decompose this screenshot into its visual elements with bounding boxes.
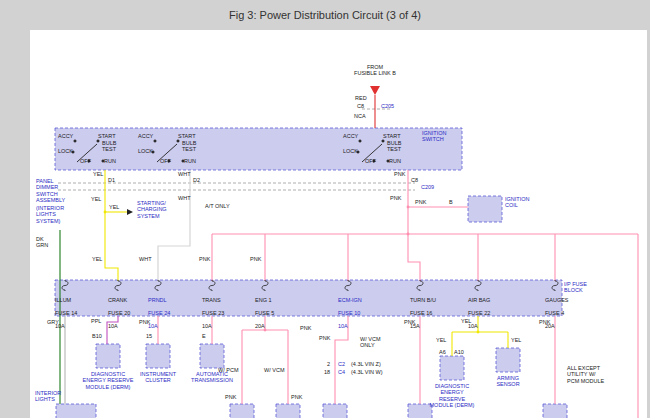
fuse-ecm-ign-link[interactable]: ECM-IGN FUSE 10 10A — [338, 291, 362, 335]
wire-color-label: PNK — [139, 319, 150, 325]
wire-color-label: PNK — [300, 325, 311, 331]
interior-lights-box — [56, 404, 96, 418]
wire-color-label: PNK — [390, 195, 401, 201]
fuse-id: FUSE 23 — [202, 310, 224, 316]
wire-color-label: PNK — [199, 256, 210, 262]
switch-start-label: START — [178, 133, 196, 139]
switch-start-label: START — [98, 133, 116, 139]
wvcm-only-note: W/ VCM ONLY — [360, 336, 390, 349]
switch-off-label: OFF — [160, 158, 171, 164]
terminal-label: A6 — [439, 349, 446, 355]
instrument-cluster-box — [146, 344, 170, 368]
interior-lights-link[interactable]: INTERIOR LIGHTS — [35, 390, 69, 403]
connector-c205-link[interactable]: C205 — [381, 103, 394, 109]
fusible-link-arrow-icon — [370, 86, 380, 95]
switch-run-label: RUN — [104, 158, 116, 164]
switch-accy-label: ACCY — [343, 133, 358, 139]
junction-dot — [407, 233, 410, 236]
fuse-prndl-link[interactable]: PRNDL FUSE 24 10A — [148, 291, 170, 335]
fuse-amp: 10A — [202, 323, 224, 329]
fuse-id: FUSE 24 — [148, 310, 170, 316]
terminal-label: 18 — [324, 369, 330, 375]
fuse-name: GAUGES — [545, 297, 569, 303]
wire-color-label: WHT — [178, 195, 191, 201]
wire-color-label: RED — [355, 95, 367, 101]
wire-color-label: WHT — [139, 256, 152, 262]
terminal-label: C8 — [411, 177, 418, 183]
arming-sensor-link[interactable]: ARMING SENSOR — [492, 375, 524, 388]
ignition-switch-label[interactable]: IGNITION SWITCH — [422, 130, 462, 143]
fuse-name: AIR BAG — [468, 297, 490, 303]
wire-color-label: PNK — [225, 394, 236, 400]
wpcm-note: W/ PCM — [218, 367, 238, 373]
fuse-id: FUSE 5 — [255, 310, 274, 316]
wire-color-label: PNK — [319, 335, 330, 341]
wire-color-label: PNK — [250, 256, 261, 262]
fuse-illum: ILLUM FUSE 14 10A — [55, 291, 77, 335]
switch-bulb-label: BULB TEST — [387, 140, 401, 153]
terminal-label: B — [449, 199, 453, 205]
interior-lights-system-link[interactable]: (INTERIOR LIGHTS SYSTEM) — [36, 205, 80, 224]
fuse-name: ILLUM — [55, 297, 77, 303]
fuse-gauges: GAUGES FUSE 4 20A — [545, 291, 569, 335]
derm-box — [96, 344, 120, 368]
wire-color-label: PNK — [404, 319, 415, 325]
fuse-amp: 10A — [338, 323, 362, 329]
fuse-amp: 20A — [255, 323, 274, 329]
fuse-eng1: ENG 1 FUSE 5 20A — [255, 291, 274, 335]
gauges-box — [543, 404, 567, 418]
terminal-label: B10 — [92, 333, 102, 339]
terminal-label: D1 — [108, 177, 115, 183]
nca-label: NCA — [354, 113, 366, 119]
connector-c4-link[interactable]: C4 — [338, 369, 345, 375]
ip-fuse-block-label[interactable]: I/P FUSE BLOCK — [564, 281, 598, 294]
figure-viewer: Fig 3: Power Distribution Circuit (3 of … — [0, 0, 650, 418]
fuse-amp: 10A — [148, 323, 170, 329]
switch-lock-label: LOCK — [58, 148, 73, 154]
wire-color-label: YEL — [461, 318, 471, 324]
fuse-id: FUSE 10 — [338, 310, 362, 316]
vin-note: (4.3L VIN Z) — [351, 361, 381, 367]
terminal-label: A10 — [454, 349, 464, 355]
wire-color-label: GRY — [47, 319, 59, 325]
arming-sensor-box — [496, 348, 520, 372]
terminal-label: C8 — [357, 103, 364, 109]
wire-color-label: YEL — [109, 204, 119, 210]
pcm-box — [230, 404, 254, 418]
wire-color-label: YEL — [92, 256, 102, 262]
wire-color-label: PNK — [539, 319, 550, 325]
instrument-cluster-link[interactable]: INSTRUMENT CLUSTER — [138, 371, 178, 384]
derm2-box — [440, 356, 464, 380]
all-except-note: ALL EXCEPT UTILITY W/ PCM MODULE — [567, 365, 615, 384]
panel-dimmer-switch-link[interactable]: PANEL DIMMER SWITCH ASSEMBLY — [36, 178, 76, 203]
derm-link[interactable]: DIAGNOSTIC ENERGY RESERVE MODULE (DERM) — [78, 371, 138, 390]
terminal-label: 2 — [327, 361, 330, 367]
starting-system-arrow-icon — [127, 209, 133, 215]
wire-color-label: PPL — [91, 318, 101, 324]
fuse-name: ENG 1 — [255, 297, 274, 303]
connector-c209-link[interactable]: C209 — [421, 184, 434, 190]
switch-off-label: OFF — [365, 158, 376, 164]
connector-c2-link[interactable]: C2 — [338, 361, 345, 367]
switch-accy-label: ACCY — [58, 133, 73, 139]
switch-run-label: RUN — [184, 158, 196, 164]
vcm-box — [276, 404, 300, 418]
wire-color-label: DK GRN — [36, 236, 48, 249]
fuse-trans: TRANS FUSE 23 10A — [202, 291, 224, 335]
wire-color-label: YEL — [93, 171, 103, 177]
junction-dot — [407, 206, 410, 209]
fuse-id: FUSE 16 — [410, 310, 436, 316]
ignition-coil-box — [468, 196, 502, 222]
derm2-link[interactable]: DIAGNOSTIC ENERGY RESERVE MODULE (DERM) — [424, 383, 480, 408]
fuse-id: FUSE 22 — [468, 310, 490, 316]
terminal-label: E — [202, 333, 206, 339]
fuse-name: TRANS — [202, 297, 224, 303]
fuse-crank: CRANK FUSE 20 10A — [108, 291, 130, 335]
switch-run-label: RUN — [389, 158, 401, 164]
switch-bulb-label: BULB TEST — [102, 140, 116, 153]
switch-start-label: START — [383, 133, 401, 139]
ignition-coil-link[interactable]: IGNITION COIL — [505, 196, 541, 209]
terminal-label: D2 — [193, 177, 200, 183]
fuse-amp: 10A — [108, 323, 130, 329]
starting-charging-system-link[interactable]: STARTING/ CHARGING SYSTEM — [137, 200, 181, 219]
